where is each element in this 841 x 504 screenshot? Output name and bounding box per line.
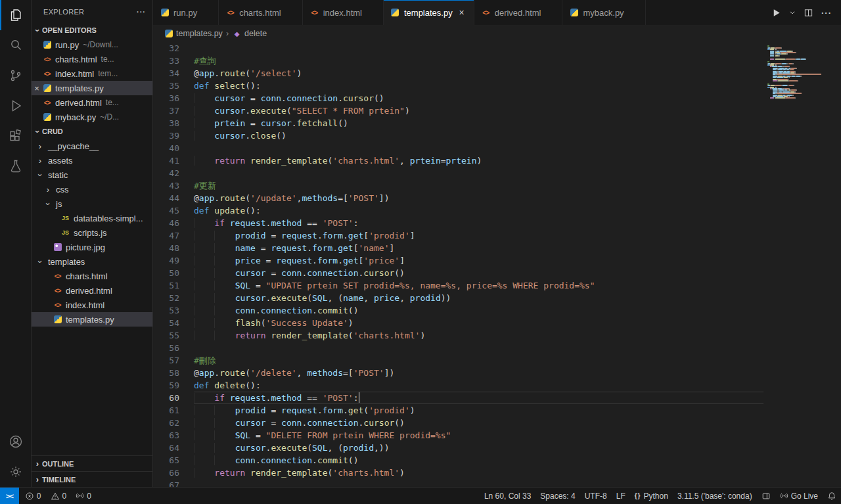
line-number[interactable]: 39	[153, 129, 194, 142]
line-content[interactable]: cursor.execute(SQL, (name, price, prodid…	[194, 292, 763, 304]
more-actions-button[interactable]: ···	[821, 8, 832, 18]
code-line-39[interactable]: 39 cursor.close()	[153, 129, 763, 142]
line-content[interactable]: SQL = "UPDATE prtein SET prodid=%s, name…	[194, 279, 763, 292]
activity-accounts[interactable]	[0, 426, 32, 457]
code-line-63[interactable]: 63 SQL = "DELETE FROM prtein WHERE prodi…	[153, 429, 763, 442]
close-editor-icon[interactable]: ×	[32, 83, 42, 93]
line-content[interactable]: def select():	[194, 80, 763, 92]
line-content[interactable]: #更新	[194, 179, 763, 192]
line-number[interactable]: 43	[153, 179, 194, 192]
code-line-47[interactable]: 47 prodid = request.form.get['prodid']	[153, 229, 763, 242]
eol[interactable]: LF	[612, 488, 630, 504]
line-content[interactable]: @app.route('/update',methods=['POST'])	[194, 192, 763, 204]
code-line-33[interactable]: 33#查詢	[153, 55, 763, 67]
activity-explorer[interactable]	[0, 0, 32, 30]
line-number[interactable]: 52	[153, 292, 194, 304]
section-open-editors[interactable]: OPEN EDITORS	[32, 23, 152, 37]
line-number[interactable]: 62	[153, 417, 194, 429]
editor-layout[interactable]	[757, 488, 775, 504]
line-number[interactable]: 38	[153, 117, 194, 129]
line-content[interactable]: cursor.execute(SQL, (prodid,))	[194, 442, 763, 454]
code-line-42[interactable]: 42	[153, 167, 763, 179]
line-content[interactable]: prodid = request.form.get('prodid')	[194, 404, 763, 417]
code-line-59[interactable]: 59def delete():	[153, 379, 763, 392]
line-content[interactable]	[194, 42, 763, 55]
code-line-46[interactable]: 46 if request.method == 'POST':	[153, 217, 763, 229]
activity-extensions[interactable]	[0, 121, 32, 151]
code-line-35[interactable]: 35def select():	[153, 80, 763, 92]
section-folder-crud[interactable]: CRUD	[32, 124, 152, 139]
code-line-64[interactable]: 64 cursor.execute(SQL, (prodid,))	[153, 442, 763, 454]
open-editor-index.html[interactable]: <>index.htmltem...	[32, 66, 152, 81]
line-number[interactable]: 33	[153, 55, 194, 67]
line-number[interactable]: 56	[153, 342, 194, 354]
line-number[interactable]: 40	[153, 142, 194, 154]
tree-item-assets[interactable]: assets	[32, 153, 152, 168]
code-line-48[interactable]: 48 name = request.form.get['name']	[153, 242, 763, 254]
tree-item-scripts.js[interactable]: JSscripts.js	[32, 225, 152, 240]
remote-indicator[interactable]: ><	[0, 488, 19, 504]
open-editor-run.py[interactable]: run.py~/Downl...	[32, 37, 152, 52]
open-editor-templates.py[interactable]: ×templates.py	[32, 81, 152, 95]
line-number[interactable]: 66	[153, 467, 194, 479]
line-number[interactable]: 41	[153, 154, 194, 167]
line-content[interactable]: cursor.execute("SELECT * FROM prtein")	[194, 104, 763, 117]
tree-item-css[interactable]: css	[32, 182, 152, 196]
tab-templates.py[interactable]: templates.py×	[384, 0, 474, 25]
line-content[interactable]: SQL = "DELETE FROM prtein WHERE prodid=%…	[194, 429, 763, 442]
activity-testing[interactable]	[0, 151, 32, 181]
code-line-58[interactable]: 58@app.route('/delete', methods=['POST']…	[153, 367, 763, 379]
line-content[interactable]	[194, 479, 763, 487]
code-line-50[interactable]: 50 cursor = conn.connection.cursor()	[153, 267, 763, 279]
code-line-61[interactable]: 61 prodid = request.form.get('prodid')	[153, 404, 763, 417]
activity-search[interactable]	[0, 30, 32, 60]
line-content[interactable]	[194, 142, 763, 154]
line-number[interactable]: 45	[153, 204, 194, 217]
line-number[interactable]: 51	[153, 279, 194, 292]
code-line-38[interactable]: 38 prtein = cursor.fetchall()	[153, 117, 763, 129]
line-number[interactable]: 67	[153, 479, 194, 487]
tree-item-static[interactable]: static	[32, 168, 152, 182]
line-number[interactable]: 64	[153, 442, 194, 454]
tree-item-templates[interactable]: templates	[32, 254, 152, 269]
line-content[interactable]: #查詢	[194, 55, 763, 67]
line-number[interactable]: 55	[153, 329, 194, 342]
split-editor-button[interactable]	[804, 8, 813, 18]
code-line-67[interactable]: 67	[153, 479, 763, 487]
tree-item-templates.py[interactable]: templates.py	[32, 312, 152, 327]
code-line-54[interactable]: 54 flash('Success Update')	[153, 317, 763, 329]
code-line-53[interactable]: 53 conn.connection.commit()	[153, 304, 763, 317]
cursor-position[interactable]: Ln 60, Col 33	[480, 488, 535, 504]
code-lines[interactable]: 3233#查詢34@app.route('/select')35def sele…	[153, 42, 763, 487]
line-number[interactable]: 36	[153, 92, 194, 104]
line-number[interactable]: 63	[153, 429, 194, 442]
tree-item-index.html[interactable]: <>index.html	[32, 298, 152, 312]
code-line-55[interactable]: 55 return render_template('charts.html')	[153, 329, 763, 342]
code-line-34[interactable]: 34@app.route('/select')	[153, 67, 763, 80]
open-editor-derived.html[interactable]: <>derived.htmlte...	[32, 95, 152, 110]
line-number[interactable]: 42	[153, 167, 194, 179]
python-interpreter[interactable]: 3.11.5 ('base': conda)	[673, 488, 757, 504]
code-line-62[interactable]: 62 cursor = conn.connection.cursor()	[153, 417, 763, 429]
code-line-37[interactable]: 37 cursor.execute("SELECT * FROM prtein"…	[153, 104, 763, 117]
line-number[interactable]: 57	[153, 354, 194, 367]
line-content[interactable]: #刪除	[194, 354, 763, 367]
code-line-36[interactable]: 36 cursor = conn.connection.cursor()	[153, 92, 763, 104]
breadcrumb-delete[interactable]: ◆delete	[232, 29, 267, 39]
open-editor-charts.html[interactable]: <>charts.htmlte...	[32, 52, 152, 66]
line-content[interactable]: def update():	[194, 204, 763, 217]
line-content[interactable]: if request.method == 'POST':	[194, 392, 763, 404]
minimap[interactable]	[763, 42, 841, 487]
line-content[interactable]: cursor = conn.connection.cursor()	[194, 267, 763, 279]
language-mode[interactable]: {}Python	[630, 488, 673, 504]
line-content[interactable]: flash('Success Update')	[194, 317, 763, 329]
line-content[interactable]: conn.connection.commit()	[194, 454, 763, 467]
line-content[interactable]: conn.connection.commit()	[194, 304, 763, 317]
code-line-32[interactable]: 32	[153, 42, 763, 55]
line-number[interactable]: 50	[153, 267, 194, 279]
run-python-file-button[interactable]	[771, 8, 781, 18]
notifications[interactable]	[823, 488, 841, 504]
code-line-41[interactable]: 41 return render_template('charts.html',…	[153, 154, 763, 167]
line-number[interactable]: 49	[153, 254, 194, 267]
line-number[interactable]: 65	[153, 454, 194, 467]
